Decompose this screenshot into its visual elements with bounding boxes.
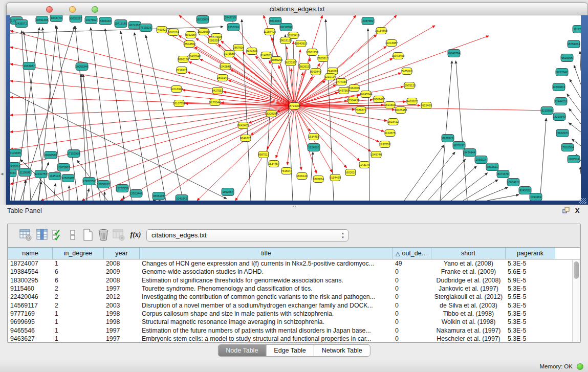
table-cell[interactable]: 5.5E-5 — [506, 293, 555, 300]
network-node[interactable]: 6879197 — [453, 142, 465, 149]
function-builder-icon[interactable]: f(x) — [128, 228, 143, 243]
table-row[interactable]: 1830029562008Estimation of significance … — [8, 276, 580, 285]
table-cell[interactable]: 5.3E-5 — [506, 327, 555, 334]
network-node[interactable]: 9777169 — [336, 79, 346, 85]
network-node[interactable]: 9115460 — [421, 102, 431, 109]
tab-edge-table[interactable]: Edge Table — [266, 345, 313, 356]
table-cell[interactable]: 2 — [53, 285, 104, 292]
network-node[interactable]: 7615047 — [281, 168, 292, 174]
network-node[interactable]: 15751074 — [568, 40, 580, 48]
table-cell[interactable]: Stergiakouli et al. (2012) — [431, 293, 506, 300]
table-cell[interactable]: 6 — [53, 277, 104, 284]
network-node[interactable]: 1534455 — [308, 134, 319, 140]
network-node[interactable]: 18724007 — [288, 103, 300, 110]
table-cell[interactable]: Embryonic stem cells: a model to study s… — [140, 335, 393, 342]
network-node[interactable]: 17957252 — [83, 178, 95, 185]
table-cell[interactable]: 2008 — [104, 260, 140, 267]
network-node[interactable]: 8454749 — [246, 48, 257, 55]
table-cell[interactable]: Structural magnetic resonance image aver… — [140, 318, 393, 325]
column-header-name[interactable]: name — [8, 248, 53, 259]
table-cell[interactable]: 5.3E-5 — [506, 310, 555, 317]
table-cell[interactable]: 1997 — [104, 285, 140, 292]
zoom-window-icon[interactable] — [92, 6, 98, 13]
select-column-icon[interactable] — [51, 228, 66, 243]
table-cell[interactable]: Nakamura et al. (1997) — [431, 327, 506, 334]
tab-node-table[interactable]: Node Table — [218, 345, 266, 356]
network-node[interactable]: 9529966 — [561, 54, 573, 62]
network-node[interactable]: 7515526 — [140, 24, 152, 32]
table-cell[interactable]: 5.6E-5 — [506, 268, 555, 275]
network-node[interactable]: 1697858 — [379, 141, 390, 148]
table-cell[interactable]: 0 — [393, 268, 431, 275]
table-cell[interactable]: 2003 — [104, 302, 140, 309]
network-node[interactable]: 9175685 — [224, 51, 234, 57]
table-cell[interactable]: 0 — [393, 318, 431, 325]
table-cell[interactable]: Franke et al. (2009) — [431, 268, 506, 275]
row-list-icon[interactable] — [66, 228, 80, 243]
network-node[interactable]: 20206576 — [45, 151, 57, 159]
table-mode-icon[interactable] — [19, 228, 33, 243]
network-node[interactable]: 1143175 — [359, 162, 369, 168]
network-node[interactable]: 12393872 — [553, 83, 565, 91]
network-canvas[interactable]: 2160533243557220691406104377010653287132… — [10, 15, 581, 201]
network-node[interactable]: 4671358 — [128, 21, 141, 29]
network-node[interactable]: 12444131 — [555, 98, 567, 105]
network-node[interactable]: 11254409 — [264, 29, 276, 35]
network-node[interactable]: 8912954 — [185, 32, 196, 38]
network-node[interactable]: 20364436 — [347, 97, 359, 104]
network-node[interactable]: 7463822 — [156, 27, 167, 33]
table-cell[interactable]: Estimation of significance thresholds fo… — [140, 277, 393, 284]
network-node[interactable]: 20691406 — [36, 16, 48, 24]
column-header-short[interactable]: short — [431, 248, 506, 259]
table-cell[interactable]: Jankovic et al. (1997) — [431, 285, 506, 292]
close-window-icon[interactable] — [46, 6, 53, 13]
network-node[interactable]: 10973493 — [392, 53, 404, 59]
column-header-pagerank[interactable]: pagerank — [506, 248, 555, 259]
close-panel-icon[interactable]: X — [573, 207, 582, 215]
table-cell[interactable]: 1 — [53, 260, 104, 267]
network-node[interactable]: 8813054 — [269, 17, 281, 25]
network-node[interactable]: 1167534 — [568, 156, 580, 163]
network-node[interactable]: 9245652 — [519, 187, 531, 194]
table-row[interactable]: 911546021997Tourette syndrome. Phenomeno… — [8, 285, 580, 293]
network-node[interactable]: 2087682 — [362, 17, 374, 25]
table-cell[interactable]: Hescheler et al. (1997) — [431, 335, 506, 342]
table-cell[interactable]: Changes of HCN gene expression and I(f) … — [140, 260, 393, 267]
table-cell[interactable]: 5.3E-5 — [506, 318, 555, 325]
table-cell[interactable]: 0 — [393, 327, 431, 334]
table-cell[interactable]: 0 — [393, 285, 431, 292]
network-node[interactable]: 10975887 — [57, 164, 70, 171]
table-cell[interactable]: 1997 — [104, 327, 140, 334]
show-column-icon[interactable] — [36, 228, 50, 243]
network-node[interactable]: 12975123 — [403, 82, 416, 89]
network-node[interactable]: 7832621 — [486, 163, 498, 171]
network-node[interactable]: 1824503 — [308, 144, 320, 151]
network-node[interactable]: 1534457 — [268, 161, 279, 167]
network-node[interactable]: 15692971 — [556, 129, 569, 137]
network-node[interactable]: 1653987 — [23, 62, 35, 70]
table-row[interactable]: 946554611997Estimation of the future num… — [8, 326, 580, 334]
network-node[interactable]: 1621600 — [384, 102, 395, 108]
network-node[interactable]: 16033809 — [197, 16, 209, 24]
network-node[interactable]: 9046378 — [240, 135, 251, 142]
network-node[interactable]: 1152057 — [222, 188, 234, 196]
network-node[interactable]: 16961758 — [306, 49, 318, 56]
network-node[interactable]: 9505135 — [153, 192, 165, 200]
table-cell[interactable]: 0 — [393, 335, 431, 342]
network-node[interactable]: 2120665 — [10, 149, 21, 157]
network-node[interactable]: 12213343 — [170, 86, 183, 93]
network-node[interactable]: 22420046 — [188, 53, 201, 60]
network-node[interactable]: 17159928 — [68, 150, 80, 158]
table-row[interactable]: 2242004622012Investigating the contribut… — [8, 293, 580, 301]
table-cell[interactable]: 18300295 — [8, 277, 53, 284]
network-node[interactable]: 18300295 — [265, 111, 277, 117]
column-header-year[interactable]: year — [104, 248, 140, 259]
tab-network-table[interactable]: Network Table — [314, 345, 370, 356]
network-node[interactable]: 10654112 — [507, 179, 519, 186]
network-node[interactable]: 12923448 — [130, 190, 142, 198]
network-node[interactable]: 1549746 — [371, 151, 381, 158]
network-node[interactable]: 8471676 — [497, 170, 509, 178]
table-cell[interactable]: 2 — [53, 302, 104, 309]
table-cell[interactable]: 49 — [393, 260, 431, 267]
table-cell[interactable]: 2009 — [104, 268, 140, 275]
